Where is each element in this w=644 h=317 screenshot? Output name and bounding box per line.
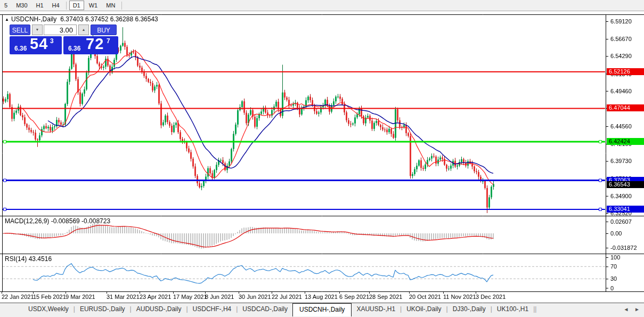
hline-price-badge-6.47044[interactable]: 6.47044 xyxy=(607,104,644,111)
current-price-badge: 6.36543 xyxy=(607,181,644,188)
time-axis-label: 28 Sep 2021 xyxy=(369,294,402,300)
macd-axis-tick: 0.00 xyxy=(610,231,622,237)
time-axis-label: 17 May 2021 xyxy=(173,294,207,300)
buy-price-pip-digit: 7 xyxy=(107,37,110,45)
time-axis-label: 30 Jun 2021 xyxy=(239,294,271,300)
price-axis-tick: 6.49460 xyxy=(610,88,632,94)
timeframe-button-w1[interactable]: W1 xyxy=(85,1,102,10)
chart-tab-usdcnh-daily[interactable]: USDCNH-,Daily xyxy=(292,303,352,316)
tab-scroll-right-icon[interactable]: ► xyxy=(634,306,640,312)
toolbar-separator xyxy=(121,2,122,10)
chart-ohlc-values: 6.37403 6.37452 6.36288 6.36543 xyxy=(60,15,158,23)
time-axis-label: 6 Sep 2021 xyxy=(339,294,369,300)
chart-tab-usdchf-h4[interactable]: USDCHF-,H4 xyxy=(188,303,237,314)
volume-input[interactable] xyxy=(44,25,77,35)
collapse-triangle-icon[interactable]: ▲ xyxy=(5,17,9,22)
chart-tab-usdcad-daily[interactable]: USDCAD-,Daily xyxy=(238,303,292,314)
time-axis-label: 3 Dec 2021 xyxy=(476,294,506,300)
tab-separator: | xyxy=(535,303,536,313)
timeframe-button-d1[interactable]: D1 xyxy=(69,1,84,10)
buy-button[interactable]: BUY xyxy=(91,25,117,35)
price-axis-tick: 6.59120 xyxy=(610,19,632,25)
volume-decrease-button[interactable]: ▼ xyxy=(32,25,43,35)
time-axis-label: 23 Apr 2021 xyxy=(140,294,171,300)
sell-button[interactable]: SELL xyxy=(10,25,30,35)
chart-tab-xauusd-h1[interactable]: XAUUSD-,H1 xyxy=(352,303,400,314)
rsi-axis-tick: 30 xyxy=(610,276,617,282)
chart-tab-audusd-daily[interactable]: AUDUSD-,Daily xyxy=(132,303,186,314)
timeframe-button-h4[interactable]: H4 xyxy=(48,1,63,10)
terminal-window: 5M30H1H4D1W1MN ▲USDCNH-,Daily6.37403 6.3… xyxy=(0,0,644,317)
chart-tab-ukoil-daily[interactable]: UKOil-,Daily xyxy=(402,303,446,314)
chart-title: ▲USDCNH-,Daily6.37403 6.37452 6.36288 6.… xyxy=(5,15,158,23)
rsi-axis-tick: 70 xyxy=(610,264,617,270)
price-axis-tick: 6.39730 xyxy=(610,158,632,164)
chart-tab-uk100-h1[interactable]: UK100-,H1 xyxy=(492,303,533,314)
buy-price-big-digits: 72 xyxy=(86,35,104,53)
timeframe-toolbar: 5M30H1H4D1W1MN xyxy=(0,0,644,11)
sell-price-prefix: 6.36 xyxy=(14,45,27,52)
arrow-down-icon: ▼ xyxy=(36,28,39,31)
sell-price-panel[interactable]: 6.36 54 3 xyxy=(10,36,62,54)
chart-tab-eurusd-daily[interactable]: EURUSD-,Daily xyxy=(75,303,130,314)
rsi-axis-tick: 100 xyxy=(610,255,620,261)
time-axis-label: 22 Jul 2021 xyxy=(272,294,302,300)
hline-price-badge-6.52126[interactable]: 6.52126 xyxy=(607,68,644,75)
time-axis-label: 11 Nov 2021 xyxy=(443,294,476,300)
sell-price-big-digits: 54 xyxy=(30,35,48,53)
time-axis-label: 15 Feb 2021 xyxy=(33,294,66,300)
rsi-caption: RSI(14) 43.4516 xyxy=(5,255,52,263)
timeframe-button-m30[interactable]: M30 xyxy=(12,1,31,10)
macd-caption: MACD(12,26,9) -0.008569 -0.008723 xyxy=(5,217,110,225)
timeframe-button-h1[interactable]: H1 xyxy=(32,1,47,10)
chart-symbol-label: USDCNH-,Daily xyxy=(11,15,56,23)
price-axis-tick: 6.34900 xyxy=(610,193,632,199)
macd-axis-tick: 0.02607 xyxy=(610,219,632,225)
time-axis-label: 31 Mar 2021 xyxy=(107,294,140,300)
one-click-trading-panel: SELL ▼ ▲ BUY 6.36 54 3 6.36 72 7 xyxy=(10,25,118,54)
toolbar-separator xyxy=(66,2,67,10)
time-axis-label: 9 Mar 2021 xyxy=(66,294,95,300)
chart-tab-usdx-weekly[interactable]: USDX,Weekly xyxy=(23,303,74,314)
macd-axis-tick: -0.031872 xyxy=(610,245,637,251)
time-axis-label: 13 Aug 2021 xyxy=(305,294,338,300)
chart-tab-dj30-daily[interactable]: DJ30-,Daily xyxy=(448,303,491,314)
time-axis-label: 8 Jun 2021 xyxy=(205,294,234,300)
rsi-axis-tick: 0 xyxy=(610,286,614,291)
tab-scroll-left-icon[interactable]: ◄ xyxy=(623,306,629,312)
volume-increase-button[interactable]: ▲ xyxy=(78,25,89,35)
sell-price-pip-digit: 3 xyxy=(50,37,54,45)
timeframe-button-5[interactable]: 5 xyxy=(1,1,11,10)
buy-price-prefix: 6.36 xyxy=(68,45,80,52)
price-axis-tick: 6.56670 xyxy=(610,36,632,42)
price-axis-tick: 6.54290 xyxy=(610,53,632,59)
price-axis-tick: 6.44560 xyxy=(610,124,632,129)
time-axis-label: 22 Jan 2021 xyxy=(2,294,34,300)
hline-price-badge-6.33041[interactable]: 6.33041 xyxy=(607,206,644,213)
time-axis-label: 20 Oct 2021 xyxy=(409,294,441,300)
buy-price-panel[interactable]: 6.36 72 7 xyxy=(63,36,118,54)
chart-tab-bar: USDX,Weekly|EURUSD-,Daily|AUDUSD-,Daily|… xyxy=(0,303,644,317)
timeframe-button-mn[interactable]: MN xyxy=(102,1,119,10)
hline-price-badge-6.42424[interactable]: 6.42424 xyxy=(607,138,644,145)
tab-scroll-arrows: ◄ ► xyxy=(619,306,640,312)
arrow-up-icon: ▲ xyxy=(82,28,86,31)
